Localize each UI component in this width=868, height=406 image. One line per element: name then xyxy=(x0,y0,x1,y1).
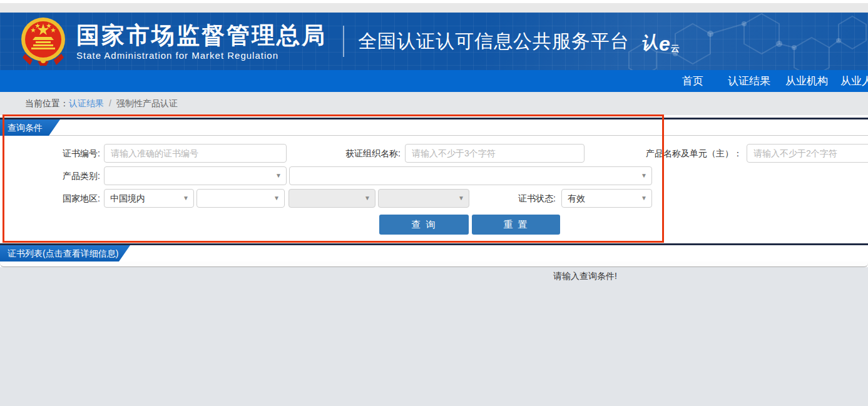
top-gray-strip xyxy=(0,3,868,13)
site-header: 国家市场监督管理总局 State Administration for Mark… xyxy=(0,13,868,70)
national-emblem-icon xyxy=(20,16,66,66)
reset-button[interactable]: 重 置 xyxy=(472,215,560,235)
product-name-label: 产品名称及单元（主）： xyxy=(595,144,742,163)
nav-item-certification-results[interactable]: 认证结果 xyxy=(728,70,770,92)
search-button[interactable]: 查 询 xyxy=(379,215,469,235)
agency-title-block: 国家市场监督管理总局 State Administration for Mark… xyxy=(76,23,327,61)
query-conditions-tab: 查询条件 xyxy=(0,119,60,136)
nav-item-practicing-agencies[interactable]: 从业机构 xyxy=(785,70,828,92)
cert-no-label: 证书编号: xyxy=(13,144,100,163)
region-label: 国家地区: xyxy=(13,189,100,208)
logo-e-glyph: e xyxy=(659,34,670,54)
region-country-select[interactable]: 中国境内 ▼ xyxy=(104,189,194,208)
empty-results-message: 请输入查询条件! xyxy=(553,271,617,282)
main-nav: 首页 认证结果 从业机构 从业人员 xyxy=(0,70,868,92)
region-province-select[interactable]: ▼ xyxy=(197,189,285,208)
page: 国家市场监督管理总局 State Administration for Mark… xyxy=(0,0,868,406)
product-category-select[interactable]: ▼ xyxy=(104,166,287,185)
breadcrumb-separator: / xyxy=(109,98,111,108)
chevron-down-icon: ▼ xyxy=(183,190,189,207)
list-tab-bar: 证书列表(点击查看详细信息) xyxy=(0,245,868,261)
cert-status-value: 有效 xyxy=(568,193,585,203)
chevron-down-icon: ▼ xyxy=(458,190,464,207)
cert-no-input[interactable] xyxy=(104,144,287,163)
breadcrumb-link-certification-results[interactable]: 认证结果 xyxy=(69,98,104,108)
query-conditions-panel: 查询条件 证书编号: 获证组织名称: 产品名称及单元（主）： 产品类别: ▼ ▼… xyxy=(0,115,868,243)
chevron-down-icon: ▼ xyxy=(641,190,647,207)
cert-status-select[interactable]: 有效 ▼ xyxy=(561,189,652,208)
certificate-list-tab: 证书列表(点击查看详细信息) xyxy=(0,245,130,261)
org-name-label: 获证组织名称: xyxy=(294,144,401,163)
nav-item-practitioners[interactable]: 从业人员 xyxy=(840,70,868,92)
breadcrumb-prefix: 当前位置： xyxy=(25,98,69,108)
logo-yun-glyph: 云 xyxy=(671,44,680,53)
chevron-down-icon: ▼ xyxy=(275,167,282,185)
product-subcategory-select[interactable]: ▼ xyxy=(289,166,652,185)
logo-ren-glyph: 认 xyxy=(640,34,659,53)
agency-subtitle: State Administration for Market Regulati… xyxy=(76,50,327,61)
platform-title: 全国认证认可信息公共服务平台 xyxy=(358,29,630,54)
ren-e-yun-logo: 认 e 云 xyxy=(641,31,680,51)
agency-title: 国家市场监督管理总局 xyxy=(76,23,327,49)
region-country-value: 中国境内 xyxy=(110,193,145,203)
region-city-select-disabled: ▼ xyxy=(288,189,375,208)
query-tab-bar: 查询条件 xyxy=(0,119,868,136)
breadcrumb-current: 强制性产品认证 xyxy=(116,98,178,108)
org-name-input[interactable] xyxy=(405,144,585,163)
product-name-input[interactable] xyxy=(747,144,868,163)
list-panel-bottom-edge xyxy=(0,261,868,267)
results-empty-area xyxy=(0,267,868,406)
header-divider xyxy=(343,26,344,57)
nav-item-home[interactable]: 首页 xyxy=(682,70,703,92)
chevron-down-icon: ▼ xyxy=(641,167,647,185)
region-district-select-disabled: ▼ xyxy=(378,189,469,208)
chevron-down-icon: ▼ xyxy=(364,190,370,207)
breadcrumb: 当前位置：认证结果/强制性产品认证 xyxy=(0,92,868,115)
chevron-down-icon: ▼ xyxy=(273,190,280,207)
product-category-label: 产品类别: xyxy=(13,166,100,185)
cert-status-label: 证书状态: xyxy=(481,189,556,208)
